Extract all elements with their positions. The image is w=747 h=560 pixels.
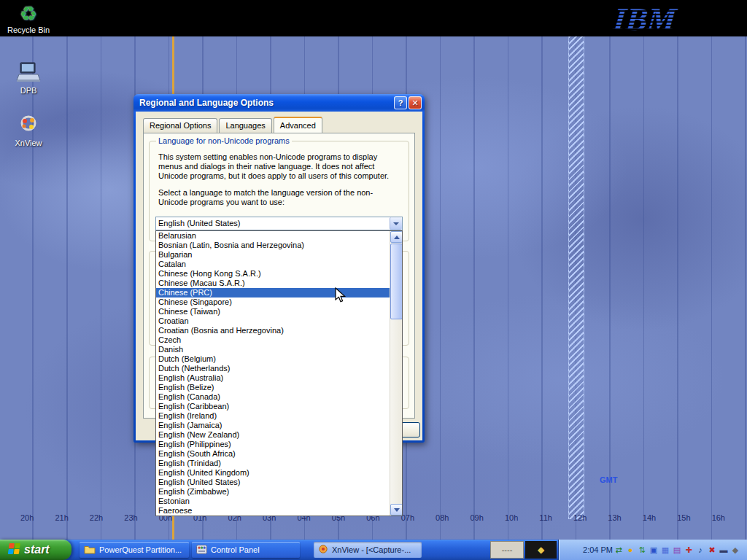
non-unicode-language-combobox[interactable]: English (United States): [155, 217, 403, 230]
language-option[interactable]: English (Zimbabwe): [156, 487, 390, 497]
language-option[interactable]: Chinese (Singapore): [156, 298, 390, 307]
taskbar-button-xnview[interactable]: XnView - [<Capture-...: [314, 542, 422, 558]
scheduler-icon[interactable]: ◆: [729, 544, 741, 556]
language-option[interactable]: English (Ireland): [156, 411, 390, 421]
combobox-dropdown-button[interactable]: [390, 217, 402, 230]
taskbar: start PowerQuest Partition... Control: [0, 540, 747, 560]
display-settings-icon[interactable]: ▣: [648, 544, 659, 556]
arrow-down-icon: [394, 508, 400, 512]
hour-label: 08h: [436, 513, 449, 522]
language-option[interactable]: Bulgarian: [156, 250, 390, 260]
hour-label: 20h: [20, 513, 34, 522]
language-option[interactable]: Chinese (Macau S.A.R.): [156, 279, 390, 288]
desktop: IBM 20h21h22h23h00h01h02h03h04h05h06h07h…: [0, 0, 747, 560]
groupbox-title: Language for non-Unicode programs: [156, 136, 292, 145]
chevron-down-icon: [393, 222, 399, 225]
language-option[interactable]: Chinese (Taiwan): [156, 307, 390, 316]
help-button[interactable]: ?: [394, 96, 407, 109]
xnview-task-icon: [318, 545, 328, 555]
desktop-icon-xnview[interactable]: XnView: [0, 114, 57, 147]
groupbox-description: This system setting enables non-Unicode …: [158, 152, 400, 181]
recycle-bin-icon: ♻: [20, 4, 37, 24]
language-option[interactable]: English (Belize): [156, 383, 390, 392]
hour-label: 11h: [539, 513, 552, 522]
tab-regional-options[interactable]: Regional Options: [143, 118, 217, 133]
desktop-icon-recycle-bin[interactable]: ♻ Recycle Bin: [0, 4, 57, 34]
timezone-highlight-band: [568, 36, 584, 519]
network-icon[interactable]: ▦: [659, 544, 671, 556]
mute-icon[interactable]: ✖: [706, 544, 718, 556]
dark-toolbar[interactable]: ◆: [525, 541, 557, 559]
tab-advanced[interactable]: Advanced: [274, 117, 322, 133]
language-option[interactable]: Catalan: [156, 260, 390, 269]
language-option[interactable]: English (Australia): [156, 373, 390, 383]
desktop-icon-label: Recycle Bin: [7, 26, 50, 34]
groupbox-instruction: Select a language to match the language …: [158, 188, 400, 207]
taskbar-button-control-panel[interactable]: Control Panel: [192, 542, 300, 558]
language-option[interactable]: Danish: [156, 345, 390, 354]
partition-icon[interactable]: ▤: [671, 544, 683, 556]
language-option[interactable]: English (New Zealand): [156, 430, 390, 440]
safely-remove-icon[interactable]: ⇄: [613, 544, 624, 556]
tab-languages[interactable]: Languages: [219, 118, 271, 133]
language-option[interactable]: English (South Africa): [156, 449, 390, 459]
start-label: start: [24, 543, 50, 556]
scrollbar-track[interactable]: [390, 231, 402, 516]
dialog-titlebar[interactable]: Regional and Language Options ? ✕: [133, 94, 425, 112]
deskband-toolbar[interactable]: ----: [490, 541, 524, 559]
language-option[interactable]: English (Jamaica): [156, 421, 390, 430]
start-button[interactable]: start: [0, 540, 71, 560]
desktop-icon-dpb[interactable]: DPB: [0, 61, 57, 95]
hour-label: 16h: [712, 513, 725, 522]
taskbar-clock[interactable]: 2:04 PM: [583, 545, 613, 554]
language-option[interactable]: Dutch (Netherlands): [156, 364, 390, 373]
language-option[interactable]: Dutch (Belgium): [156, 354, 390, 364]
language-option[interactable]: Croatian: [156, 316, 390, 326]
combobox-value: English (United States): [156, 217, 390, 230]
keyboard-icon[interactable]: ▬: [718, 544, 729, 556]
desktop-icon-label: DPB: [20, 86, 37, 95]
dialog-tab-strip: Regional Options Languages Advanced: [143, 118, 324, 133]
taskbar-button-powerquest[interactable]: PowerQuest Partition...: [80, 542, 189, 558]
taskbar-button-label: PowerQuest Partition...: [99, 545, 182, 554]
language-option[interactable]: English (United Kingdom): [156, 468, 390, 478]
ibm-logo: IBM: [608, 1, 684, 39]
control-panel-icon: [196, 545, 207, 556]
arrow-up-icon: [394, 236, 400, 239]
antivirus-icon[interactable]: ✚: [683, 544, 694, 556]
hour-label: 21h: [55, 513, 68, 522]
scrollbar-up-button[interactable]: [390, 231, 403, 243]
language-option[interactable]: English (United States): [156, 478, 390, 487]
language-option[interactable]: Bosnian (Latin, Bosnia and Herzegovina): [156, 241, 390, 250]
scrollbar-down-button[interactable]: [390, 504, 403, 516]
folder-icon: [84, 545, 96, 556]
mouse-cursor: [335, 287, 347, 306]
scrollbar-thumb[interactable]: [390, 244, 403, 319]
volume-icon[interactable]: ♪: [694, 544, 706, 556]
hour-label: 14h: [643, 513, 656, 522]
desktop-icon-label: XnView: [15, 139, 42, 147]
language-option[interactable]: Chinese (Hong Kong S.A.R.): [156, 269, 390, 279]
hour-label: 13h: [608, 513, 621, 522]
language-option[interactable]: Belarusian: [156, 231, 390, 241]
hour-label: 10h: [505, 513, 518, 522]
language-dropdown-list[interactable]: BelarusianBosnian (Latin, Bosnia and Her…: [155, 230, 403, 516]
language-option[interactable]: Estonian: [156, 497, 390, 506]
language-option[interactable]: English (Caribbean): [156, 402, 390, 411]
close-button[interactable]: ✕: [409, 96, 422, 109]
dialog-title: Regional and Language Options: [139, 98, 392, 108]
language-option[interactable]: English (Philippines): [156, 440, 390, 449]
indicator-icon: ◆: [538, 545, 544, 555]
language-option[interactable]: English (Trinidad): [156, 459, 390, 468]
language-option[interactable]: Chinese (PRC): [156, 288, 390, 298]
status-question-icon[interactable]: ●: [624, 544, 636, 556]
language-option[interactable]: English (Canada): [156, 392, 390, 402]
language-option[interactable]: Czech: [156, 335, 390, 345]
svg-text:IBM: IBM: [611, 1, 679, 36]
hour-label: 23h: [124, 513, 137, 522]
hour-label: 15h: [677, 513, 690, 522]
language-option[interactable]: Faeroese: [156, 506, 390, 516]
updates-icon[interactable]: ⇅: [636, 544, 648, 556]
regional-language-options-dialog: Regional and Language Options ? ✕ Region…: [133, 94, 425, 443]
language-option[interactable]: Croatian (Bosnia and Herzegovina): [156, 326, 390, 335]
